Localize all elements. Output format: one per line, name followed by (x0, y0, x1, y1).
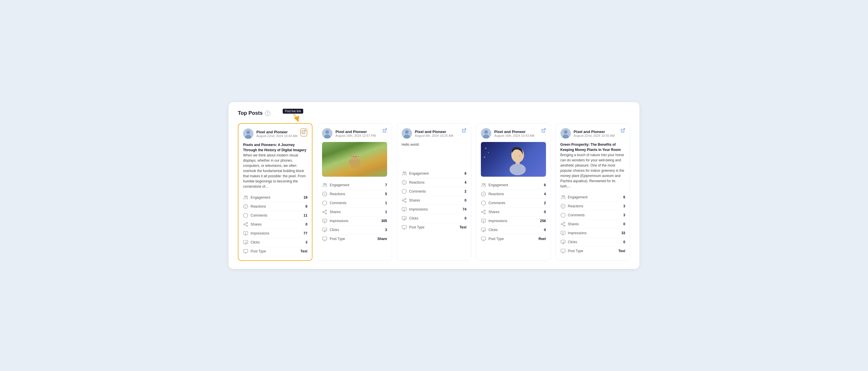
stat-item-post-type: Post Type Text (243, 247, 307, 256)
stat-label: Shares (568, 222, 579, 226)
external-link-button[interactable] (621, 128, 625, 134)
stat-label: Reactions (251, 204, 266, 208)
stat-value: 256 (540, 219, 546, 223)
shares-icon (402, 198, 407, 203)
tooltip-arrow (287, 114, 299, 120)
stat-item-shares: Shares 0 (560, 220, 625, 229)
stat-label: Reactions (330, 192, 345, 196)
stat-value: 4 (465, 180, 467, 184)
svg-point-11 (244, 224, 245, 225)
svg-point-19 (326, 130, 329, 134)
stat-label: Comments (488, 201, 505, 205)
post-card-4: Pixel and Pioneer August 16th, 2024 10:4… (476, 123, 551, 261)
shares-icon (560, 222, 566, 227)
comments-icon (560, 212, 566, 218)
stat-item-shares: Shares 0 (402, 196, 466, 205)
stat-item-reactions: Reactions 5 (322, 190, 387, 199)
stat-label: Shares (409, 198, 420, 202)
clicks-icon (322, 227, 327, 233)
impressions-icon (402, 207, 407, 212)
stat-label: Impressions (488, 219, 507, 223)
svg-rect-64 (402, 225, 406, 229)
post-author: Pixel and Pioneer August 16th, 2024 10:4… (481, 128, 534, 138)
svg-point-53 (402, 180, 406, 185)
stat-label: Shares (488, 210, 499, 214)
svg-rect-46 (322, 237, 327, 240)
comments-icon (481, 200, 486, 206)
external-link-button[interactable] (300, 128, 307, 136)
impressions-icon (481, 218, 486, 224)
stat-value: 77 (304, 231, 307, 235)
posttype-icon (481, 236, 486, 241)
stat-item-comments: Comments 11 (243, 211, 307, 220)
stat-value: Share (377, 237, 387, 241)
stat-label: Clicks (568, 240, 577, 244)
svg-point-66 (484, 130, 488, 134)
stat-value: Reel (538, 237, 546, 241)
author-info: Pixel and Pioneer August 22nd, 2024 10:4… (256, 130, 298, 138)
stat-item-impressions: Impressions 77 (243, 229, 307, 238)
stat-value: 8 (306, 204, 308, 208)
svg-rect-104 (561, 249, 565, 252)
reactions-icon (322, 192, 327, 197)
post-header: Pixel and Pioneer August 16th, 2024 12:5… (322, 128, 387, 138)
stat-label: Clicks (409, 216, 418, 221)
stat-label: Reactions (409, 180, 425, 184)
svg-rect-31 (356, 165, 357, 168)
post-date: August 22nd, 2024 10:43 AM (256, 134, 298, 138)
stat-value: 0 (465, 216, 467, 221)
stat-item-impressions: Impressions 256 (481, 216, 546, 226)
stat-value: Text (618, 249, 625, 253)
svg-line-68 (543, 129, 545, 131)
stat-label: Clicks (251, 240, 260, 244)
post-date: August 16th, 2024 12:57 PM (335, 134, 376, 137)
svg-point-23 (351, 155, 358, 160)
svg-point-48 (405, 130, 408, 134)
svg-line-90 (623, 129, 625, 131)
stat-item-clicks: Clicks 0 (402, 214, 466, 223)
external-link-icon (382, 128, 387, 133)
post-card-5: Pixel and Pioneer August 22nd, 2024 10:5… (556, 123, 630, 261)
post-header: Pixel and Pioneer August 22nd, 2024 10:5… (560, 128, 625, 138)
post-date: August 16th, 2024 10:43 AM (494, 134, 534, 137)
stat-value: 1 (385, 201, 387, 205)
info-icon[interactable]: ? (265, 111, 270, 116)
stat-value: 2 (544, 201, 546, 205)
stat-item-clicks: Clicks 0 (481, 226, 546, 235)
svg-point-98 (561, 224, 562, 225)
external-link-button[interactable] (462, 128, 466, 134)
svg-rect-29 (351, 165, 353, 168)
clicks-icon (402, 216, 407, 221)
engagement-icon (560, 195, 566, 200)
external-link-button[interactable] (541, 128, 546, 134)
avatar (243, 128, 253, 139)
stat-label: Clicks (488, 228, 498, 232)
svg-point-91 (562, 196, 563, 197)
svg-point-57 (405, 198, 406, 200)
svg-line-13 (245, 225, 246, 226)
external-link-button[interactable] (382, 128, 387, 134)
stat-value: 7 (385, 183, 387, 187)
engagement-icon (481, 182, 486, 188)
avatar (322, 128, 333, 138)
stat-value: 19 (304, 196, 307, 200)
stat-item-reactions: Reactions 3 (560, 202, 625, 211)
stat-item-post-type: Post Type Reel (481, 235, 546, 243)
author-name: Pixel and Pioneer (335, 130, 376, 134)
author-info: Pixel and Pioneer August 16th, 2024 10:4… (494, 130, 534, 137)
svg-point-6 (244, 204, 248, 209)
stat-label: Impressions (568, 231, 587, 235)
reactions-icon (402, 180, 407, 185)
stat-label: Comments (568, 213, 585, 217)
svg-point-41 (326, 213, 327, 214)
stat-label: Engagement (568, 195, 588, 199)
svg-rect-16 (244, 240, 248, 243)
svg-rect-17 (244, 249, 248, 252)
stat-value: 6 (544, 183, 546, 187)
stat-label: Impressions (330, 219, 348, 223)
svg-line-101 (562, 223, 564, 224)
svg-rect-30 (353, 165, 355, 168)
tooltip-label: Post live link (283, 109, 304, 114)
svg-point-27 (355, 156, 356, 157)
stat-item-impressions: Impressions 33 (560, 229, 625, 238)
